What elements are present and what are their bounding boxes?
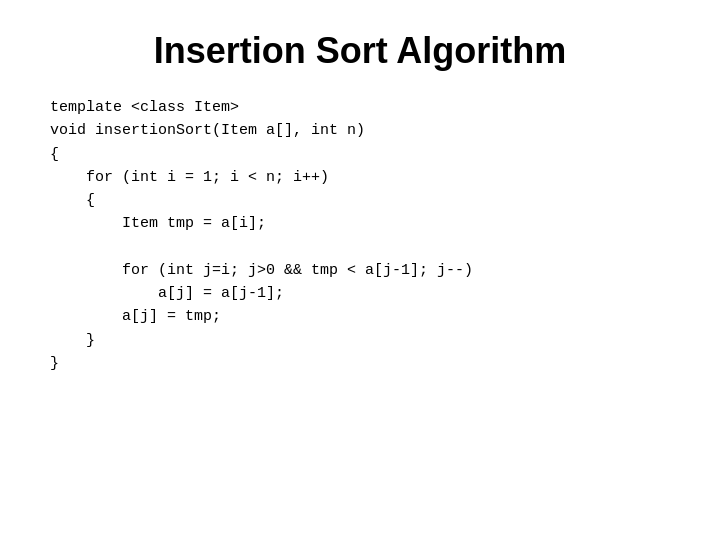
code-line-1: template <class Item> xyxy=(50,96,680,119)
code-line-4: for (int i = 1; i < n; i++) xyxy=(50,166,680,189)
code-line-6: Item tmp = a[i]; xyxy=(50,212,680,235)
code-line-2: void insertionSort(Item a[], int n) xyxy=(50,119,680,142)
code-line-3: { xyxy=(50,143,680,166)
code-block: template <class Item> void insertionSort… xyxy=(50,96,680,375)
code-line-7: for (int j=i; j>0 && tmp < a[j-1]; j--) xyxy=(50,259,680,282)
page-title: Insertion Sort Algorithm xyxy=(40,30,680,72)
code-line-10: } xyxy=(50,329,680,352)
code-blank-1 xyxy=(50,236,680,259)
code-line-5: { xyxy=(50,189,680,212)
code-line-9: a[j] = tmp; xyxy=(50,305,680,328)
code-line-11: } xyxy=(50,352,680,375)
code-line-8: a[j] = a[j-1]; xyxy=(50,282,680,305)
page: Insertion Sort Algorithm template <class… xyxy=(0,0,720,540)
